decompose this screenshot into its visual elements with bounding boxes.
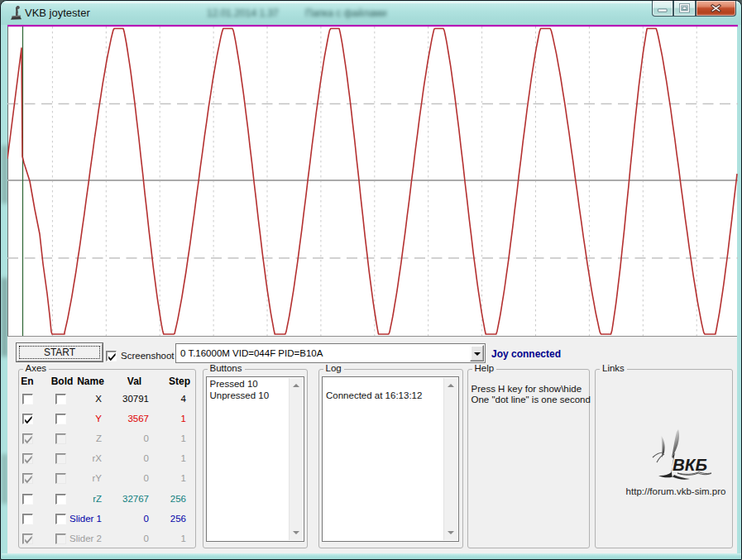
svg-text:ВКБ: ВКБ	[673, 455, 707, 474]
